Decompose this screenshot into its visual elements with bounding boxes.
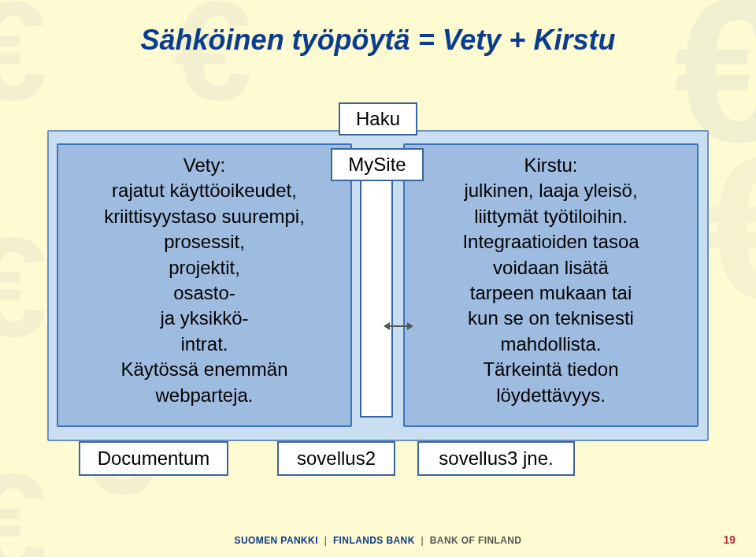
page-number: 19	[723, 533, 736, 546]
diagram-container: Vety: rajatut käyttöoikeudet, kriittisyy…	[47, 102, 709, 473]
center-divider-box	[360, 177, 393, 418]
sovellus3-label: sovellus3 jne.	[439, 447, 553, 469]
euro-watermark: €	[0, 205, 47, 368]
bidirectional-arrow-icon	[388, 325, 409, 327]
footer-org-3: BANK OF FINLAND	[430, 535, 522, 546]
euro-watermark: €	[0, 0, 47, 132]
haku-box: Haku	[339, 102, 417, 136]
footer-separator: |	[324, 535, 328, 546]
sovellus3-box: sovellus3 jne.	[417, 441, 575, 476]
kirstu-box: Kirstu: julkinen, laaja yleisö, liittymä…	[403, 143, 699, 427]
euro-watermark: €	[705, 110, 756, 346]
slide-title: Sähköinen työpöytä = Vety + Kirstu	[0, 24, 756, 57]
vety-box: Vety: rajatut käyttöoikeudet, kriittisyy…	[57, 143, 352, 427]
vety-text: Vety: rajatut käyttöoikeudet, kriittisyy…	[69, 153, 339, 408]
documentum-label: Documentum	[98, 447, 210, 469]
haku-label: Haku	[356, 108, 400, 130]
footer-separator: |	[421, 535, 424, 546]
footer: SUOMEN PANKKI | FINLANDS BANK | BANK OF …	[0, 535, 756, 546]
kirstu-text: Kirstu: julkinen, laaja yleisö, liittymä…	[416, 153, 686, 408]
mysite-box: MySite	[331, 148, 424, 181]
mysite-label: MySite	[348, 154, 406, 176]
sovellus2-label: sovellus2	[297, 447, 376, 469]
footer-org-1: SUOMEN PANKKI	[235, 535, 318, 546]
footer-org-2: FINLANDS BANK	[333, 535, 415, 546]
sovellus2-box: sovellus2	[277, 441, 395, 476]
documentum-box: Documentum	[79, 441, 228, 476]
